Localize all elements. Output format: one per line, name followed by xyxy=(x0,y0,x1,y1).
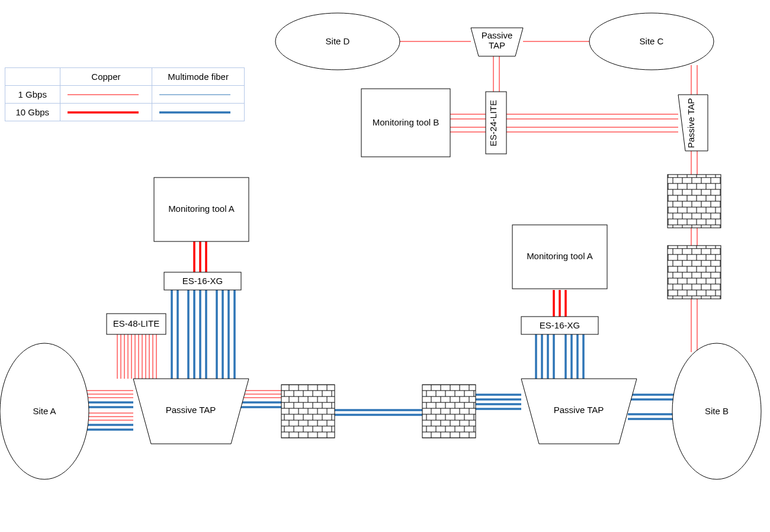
monitoring-tool-a-left-label: Monitoring tool A xyxy=(168,204,235,214)
es-48-lite-label: ES-48-LITE xyxy=(113,318,159,328)
passive-tap-top-label1: Passive xyxy=(482,30,513,40)
legend-col-fiber: Multimode fiber xyxy=(152,68,245,86)
site-d-label: Site D xyxy=(326,36,350,46)
firewall-icon xyxy=(668,175,721,228)
legend-row-1g: 1 Gbps xyxy=(5,86,60,104)
firewall-icon xyxy=(668,246,721,299)
es-16-xg-left-label: ES-16-XG xyxy=(182,276,223,286)
site-b-label: Site B xyxy=(705,406,729,416)
monitoring-tool-b-label: Monitoring tool B xyxy=(373,117,439,127)
passive-tap-left-label: Passive TAP xyxy=(166,405,216,415)
firewall-icon xyxy=(422,385,476,438)
legend-row-10g: 10 Gbps xyxy=(5,104,60,121)
legend-table: Copper Multimode fiber 1 Gbps 10 Gbps xyxy=(5,67,245,121)
network-diagram: Copper Multimode fiber 1 Gbps 10 Gbps xyxy=(0,0,770,532)
passive-tap-top-label2: TAP xyxy=(489,40,505,50)
site-c-label: Site C xyxy=(640,36,664,46)
firewall-icon xyxy=(281,385,335,438)
es-16-xg-right-label: ES-16-XG xyxy=(540,320,580,330)
passive-tap-right-label: Passive TAP xyxy=(554,405,604,415)
es-24-lite-label: ES-24-LITE xyxy=(488,100,498,146)
legend-col-copper: Copper xyxy=(60,68,152,86)
passive-tap-side-label: Passive TAP xyxy=(686,98,696,148)
monitoring-tool-a-right-label: Monitoring tool A xyxy=(527,251,593,261)
site-a-label: Site A xyxy=(33,406,56,416)
